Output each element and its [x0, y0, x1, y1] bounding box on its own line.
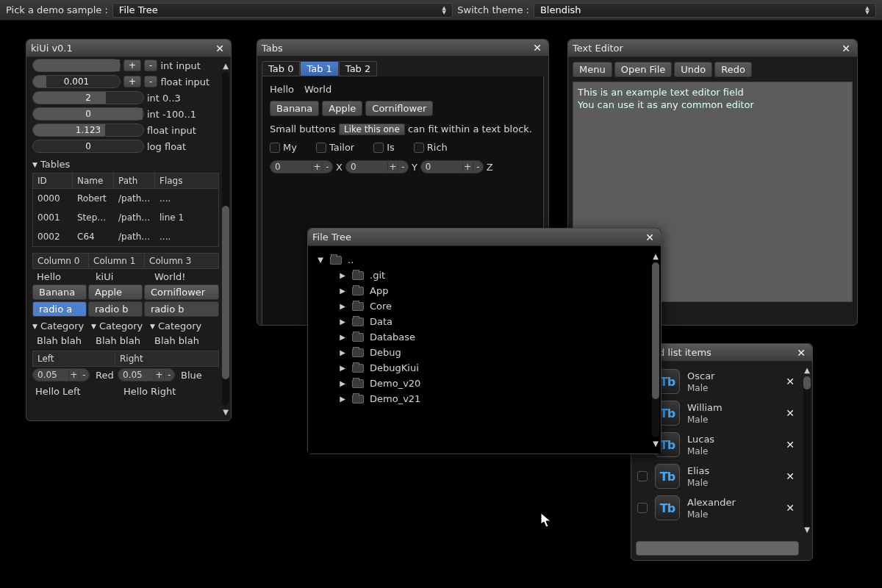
folder-icon [352, 271, 364, 280]
minus-button[interactable]: - [144, 60, 157, 71]
inline-button[interactable]: Like this one [339, 123, 405, 135]
plus-button[interactable]: + [123, 76, 141, 87]
caret-down-icon: ▼ [317, 256, 324, 264]
plus-button[interactable]: + [123, 60, 141, 71]
tree-item[interactable]: ▶Core [339, 298, 646, 314]
folder-icon [352, 364, 364, 373]
tree-item[interactable]: ▶Demo_v21 [339, 391, 646, 406]
scroll-up-icon[interactable]: ▲ [223, 62, 229, 70]
window-kiui: kiUi v0.1 ✕ + - int input 0.001 + - floa… [26, 39, 232, 421]
titlebar[interactable]: Tabs ✕ [257, 40, 548, 57]
caret-down-icon: ▼ [32, 161, 37, 168]
checkbox-rich[interactable] [414, 143, 424, 153]
demo-label: Pick a demo sample : [6, 4, 108, 15]
checkbox[interactable] [637, 471, 648, 481]
radio-a[interactable]: radio a [32, 301, 87, 317]
list-item-sub: Male [687, 383, 775, 393]
radio-b[interactable]: radio b [88, 301, 143, 317]
left-numeric[interactable]: 0.05+- [32, 368, 90, 381]
logfloat-slider[interactable]: 0 [32, 140, 144, 153]
close-icon[interactable]: ✕ [795, 346, 808, 359]
list-filter-input[interactable] [636, 541, 799, 556]
theme-dropdown[interactable]: Blendish ▲▼ [534, 3, 876, 18]
float-input-slider[interactable]: 0.001 [32, 75, 121, 88]
remove-icon[interactable]: ✕ [783, 499, 797, 517]
remove-icon[interactable]: ✕ [783, 436, 797, 453]
table-row: 0000Robert/path/rob.... [33, 189, 218, 208]
caret-right-icon: ▶ [339, 395, 346, 403]
undo-button[interactable]: Undo [674, 62, 712, 77]
list-item-sub: Male [687, 446, 775, 456]
tree-item[interactable]: ▶Database [339, 329, 646, 345]
demo-dropdown[interactable]: File Tree ▲▼ [112, 3, 453, 18]
list-item[interactable]: TbEliasMale✕ [636, 461, 799, 492]
tab-0[interactable]: Tab 0 [262, 61, 300, 76]
scrollbar[interactable] [803, 376, 811, 531]
scroll-up-icon[interactable]: ▲ [804, 366, 810, 374]
window-title: Tabs [262, 43, 283, 54]
int03-slider[interactable]: 2 [32, 91, 144, 104]
float2-label: float input [147, 125, 196, 136]
menu-button[interactable]: Menu [573, 62, 612, 77]
close-icon[interactable]: ✕ [839, 42, 853, 55]
tree-item[interactable]: ▶App [339, 283, 646, 298]
titlebar[interactable]: kiUi v0.1 ✕ [26, 40, 231, 57]
remove-icon[interactable]: ✕ [783, 404, 797, 422]
tab-1[interactable]: Tab 1 [300, 61, 338, 76]
tree-item[interactable]: ▶.git [339, 268, 646, 283]
right-numeric[interactable]: 0.05+- [118, 368, 175, 381]
banana-button[interactable]: Banana [270, 101, 319, 116]
folder-icon [352, 302, 364, 311]
tree-root[interactable]: ▼ .. [317, 252, 646, 268]
corniflower-button[interactable]: Corniflower [365, 101, 433, 116]
list-item-sub: Male [687, 415, 775, 425]
theme-label: Switch theme : [457, 4, 529, 15]
tables-section[interactable]: ▼ Tables [32, 157, 219, 171]
scroll-down-icon[interactable]: ▼ [653, 440, 659, 448]
x-input[interactable]: 0+- [270, 160, 333, 173]
tree-item[interactable]: ▶Demo_v20 [339, 376, 646, 391]
y-input[interactable]: 0+- [345, 160, 409, 173]
checkbox[interactable] [637, 503, 648, 513]
list-item-name: Lucas [687, 434, 775, 445]
mouse-cursor-icon [540, 512, 553, 528]
tree-item[interactable]: ▶Data [339, 314, 646, 329]
titlebar[interactable]: Text Editor ✕ [568, 40, 857, 57]
apple-button[interactable]: Apple [322, 101, 362, 116]
tab-2[interactable]: Tab 2 [339, 61, 377, 76]
int03-label: int 0..3 [147, 93, 181, 104]
open-file-button[interactable]: Open File [614, 62, 673, 77]
float2-slider[interactable]: 1.123 [32, 123, 144, 137]
remove-icon[interactable]: ✕ [783, 467, 797, 485]
tree-item[interactable]: ▶Debug [339, 345, 646, 360]
theme-dropdown-value: Blendish [540, 4, 581, 15]
scrollbar[interactable] [222, 72, 229, 406]
banana-button[interactable]: Banana [32, 284, 87, 300]
list-item-sub: Male [687, 509, 775, 520]
scroll-down-icon[interactable]: ▼ [223, 408, 229, 416]
scroll-up-icon[interactable]: ▲ [653, 252, 659, 260]
remove-icon[interactable]: ✕ [783, 373, 797, 390]
int100-slider[interactable]: 0 [32, 107, 144, 121]
minus-button[interactable]: - [144, 76, 157, 87]
close-icon[interactable]: ✕ [643, 231, 656, 244]
caret-right-icon: ▶ [339, 379, 346, 387]
checkbox-my[interactable] [270, 143, 280, 153]
radio-b2[interactable]: radio b [144, 301, 219, 317]
list-item[interactable]: TbAlexanderMale✕ [636, 492, 799, 524]
tree-item[interactable]: ▶DebugKiui [339, 360, 646, 376]
scroll-down-icon[interactable]: ▼ [804, 526, 810, 534]
checkbox-is[interactable] [373, 143, 384, 153]
corniflower-button[interactable]: Corniflower [144, 284, 219, 300]
close-icon[interactable]: ✕ [531, 41, 544, 54]
scrollbar[interactable] [652, 262, 659, 437]
folder-icon [330, 256, 342, 265]
redo-button[interactable]: Redo [714, 62, 752, 77]
folder-icon [352, 287, 364, 295]
close-icon[interactable]: ✕ [213, 42, 226, 55]
checkbox-tailor[interactable] [316, 143, 326, 153]
z-input[interactable]: 0+- [420, 160, 484, 173]
folder-icon [352, 348, 364, 357]
apple-button[interactable]: Apple [88, 284, 143, 300]
titlebar[interactable]: File Tree ✕ [308, 229, 661, 246]
